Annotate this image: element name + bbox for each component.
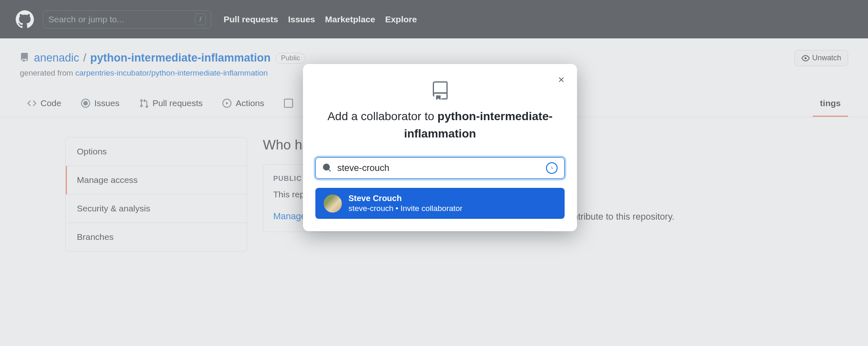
collaborator-search-field[interactable] xyxy=(315,157,565,179)
visibility-badge: Public xyxy=(276,53,305,64)
result-subtitle: steve-crouch • Invite collaborator xyxy=(348,204,463,213)
sidebar-item-security[interactable]: Security & analysis xyxy=(66,194,247,223)
generated-from-link[interactable]: carpentries-incubator/python-intermediat… xyxy=(75,69,268,77)
tab-issues[interactable]: Issues xyxy=(74,93,127,117)
add-collaborator-dialog: Add a collaborator to python-intermediat… xyxy=(303,64,577,231)
tab-pull-requests[interactable]: Pull requests xyxy=(132,93,210,117)
top-header: Search or jump to... / Pull requests Iss… xyxy=(0,0,868,38)
sidebar-item-manage-access[interactable]: Manage access xyxy=(66,166,247,194)
top-nav: Pull requests Issues Marketplace Explore xyxy=(224,14,417,24)
tab-actions[interactable]: Actions xyxy=(215,93,272,117)
avatar xyxy=(324,194,342,213)
repo-icon xyxy=(20,53,29,63)
owner-link[interactable]: anenadic xyxy=(34,52,79,64)
search-placeholder: Search or jump to... xyxy=(48,14,124,24)
issue-icon xyxy=(81,99,90,108)
nav-marketplace[interactable]: Marketplace xyxy=(325,14,375,24)
close-icon xyxy=(557,76,565,84)
settings-sidebar: Options Manage access Security & analysi… xyxy=(65,137,247,251)
github-logo[interactable] xyxy=(15,9,35,29)
tab-code[interactable]: Code xyxy=(20,93,69,117)
project-icon xyxy=(284,99,293,108)
direct-access-text: contribute to this repository. xyxy=(563,137,848,251)
unwatch-button[interactable]: Unwatch xyxy=(794,50,848,66)
pull-request-icon xyxy=(139,99,148,108)
search-icon xyxy=(322,163,331,173)
sidebar-item-branches[interactable]: Branches xyxy=(66,223,247,251)
collaborator-search-input[interactable] xyxy=(337,163,546,173)
search-result-item[interactable]: Steve Crouch steve-crouch • Invite colla… xyxy=(315,188,565,219)
repo-name-link[interactable]: python-intermediate-inflammation xyxy=(90,52,271,64)
dialog-title: Add a collaborator to python-intermediat… xyxy=(315,108,565,142)
result-name: Steve Crouch xyxy=(348,194,463,203)
manage-link[interactable]: Manage xyxy=(273,211,306,222)
tab-settings[interactable]: tings xyxy=(813,93,848,117)
close-button[interactable] xyxy=(555,73,568,88)
repo-title: anenadic / python-intermediate-inflammat… xyxy=(34,52,271,64)
slash-kbd: / xyxy=(195,14,206,25)
global-search[interactable]: Search or jump to... / xyxy=(43,10,211,28)
play-icon xyxy=(222,99,231,108)
eye-icon xyxy=(801,54,810,62)
sidebar-item-options[interactable]: Options xyxy=(66,137,247,166)
nav-issues[interactable]: Issues xyxy=(288,14,315,24)
repo-icon-large xyxy=(315,81,565,100)
clock-icon[interactable] xyxy=(546,162,558,174)
tab-projects-truncated[interactable] xyxy=(277,93,300,117)
code-icon xyxy=(27,99,36,108)
nav-explore[interactable]: Explore xyxy=(385,14,417,24)
nav-pull-requests[interactable]: Pull requests xyxy=(224,14,278,24)
